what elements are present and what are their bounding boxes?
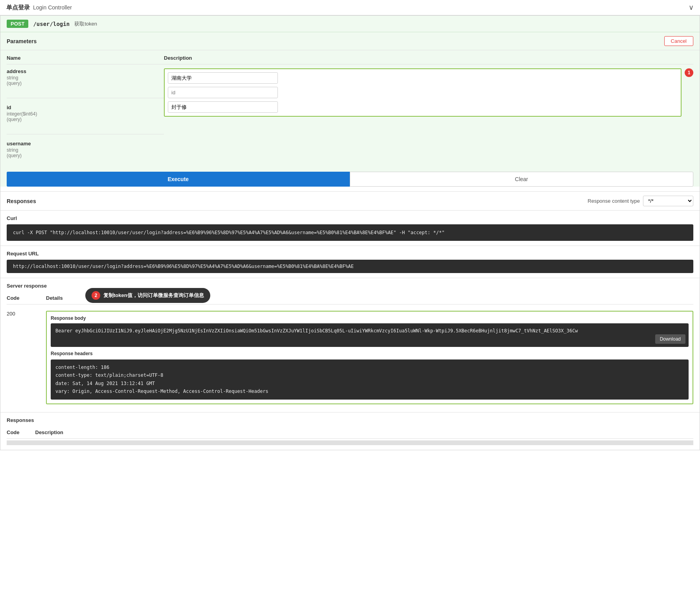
curl-title: Curl bbox=[7, 215, 693, 221]
api-path: /user/login bbox=[33, 21, 70, 27]
page-title: 单点登录 bbox=[6, 4, 30, 11]
param-address-location: (query) bbox=[7, 81, 164, 86]
param-id-detail: id integer($int64) (query) bbox=[7, 105, 164, 122]
response-header-4: vary: Origin, Access-Control-Request-Met… bbox=[55, 387, 684, 395]
param-address-info: address string (query) bbox=[7, 68, 164, 98]
content-type-area: Response content type */* application/js… bbox=[588, 196, 693, 206]
request-url-section: Request URL http://localhost:10010/user/… bbox=[0, 246, 700, 278]
name-column-header: Name bbox=[7, 55, 164, 61]
execute-button[interactable]: Execute bbox=[7, 172, 350, 187]
response-body-title: Response body bbox=[51, 315, 689, 321]
tooltip-badge: 2 bbox=[92, 291, 100, 300]
cancel-button[interactable]: Cancel bbox=[664, 36, 693, 46]
action-buttons: Execute Clear bbox=[7, 172, 693, 187]
param-username-type: string bbox=[7, 147, 164, 153]
content-type-label: Response content type bbox=[588, 198, 640, 204]
code-details-header: Code Details 2 复制token值，访问订单微服务查询订单信息 bbox=[7, 292, 693, 304]
param-names-col: address string (query) id integer($int64… bbox=[7, 68, 164, 158]
response-body-block: Bearer eyJhbGciOiJIUzI1NiJ9.eyJleHAiOjE2… bbox=[51, 323, 689, 347]
params-badge: 1 bbox=[685, 68, 693, 77]
bottom-responses-section: Responses Code Description bbox=[0, 412, 700, 450]
header-title-area: 单点登录 Login Controller bbox=[6, 4, 72, 11]
address-input-row bbox=[168, 72, 678, 84]
address-input[interactable] bbox=[168, 72, 278, 84]
param-rows-wrapper: address string (query) id integer($int64… bbox=[7, 64, 693, 162]
clear-button[interactable]: Clear bbox=[350, 172, 694, 187]
parameters-header: Parameters Cancel bbox=[0, 32, 700, 50]
param-username-location: (query) bbox=[7, 153, 164, 158]
response-header-3: date: Sat, 14 Aug 2021 13:12:41 GMT bbox=[55, 380, 684, 387]
description-column-header: Description bbox=[164, 55, 693, 61]
controller-subtitle: Login Controller bbox=[33, 4, 72, 11]
parameters-section: Parameters Cancel Name Description bbox=[0, 32, 700, 187]
response-code-row: 200 Response body Bearer eyJhbGciOiJIUzI… bbox=[7, 308, 693, 407]
code-col-header: Code bbox=[7, 295, 30, 301]
id-input-row bbox=[168, 87, 678, 98]
param-username-name: username bbox=[7, 141, 164, 147]
username-input-row bbox=[168, 101, 678, 113]
param-inputs-group bbox=[164, 68, 682, 117]
response-body-value: Bearer eyJhbGciOiJIUzI1NiJ9.eyJleHAiOjE2… bbox=[55, 328, 578, 334]
bottom-code-col: Code bbox=[7, 429, 20, 435]
username-input[interactable] bbox=[168, 101, 278, 113]
param-id-name: id bbox=[7, 105, 164, 110]
response-headers-title: Response headers bbox=[51, 351, 689, 356]
responses-header: Responses Response content type */* appl… bbox=[0, 191, 700, 210]
bottom-description-col: Description bbox=[35, 429, 64, 435]
response-details: Response body Bearer eyJhbGciOiJIUzI1NiJ… bbox=[46, 311, 693, 404]
chevron-down-icon[interactable]: ∨ bbox=[689, 3, 694, 12]
tooltip-bubble: 2 复制token值，访问订单微服务查询订单信息 bbox=[85, 288, 210, 303]
param-address-detail: address string (query) bbox=[7, 68, 164, 86]
param-id-info: id integer($int64) (query) bbox=[7, 98, 164, 134]
param-address-type: string bbox=[7, 75, 164, 81]
responses-title: Responses bbox=[7, 198, 36, 204]
bottom-responses-header: Code Description bbox=[7, 426, 693, 439]
parameters-table: Name Description address string (query) bbox=[0, 50, 700, 167]
param-address-name: address bbox=[7, 68, 164, 74]
scrollbar[interactable] bbox=[7, 440, 693, 445]
column-headers: Name Description bbox=[7, 55, 693, 61]
download-button[interactable]: Download bbox=[655, 334, 685, 344]
server-response-section: Server response Code Details 2 复制token值，… bbox=[0, 278, 700, 412]
tooltip-text: 复制token值，访问订单微服务查询订单信息 bbox=[103, 292, 204, 299]
request-url-title: Request URL bbox=[7, 251, 693, 257]
content-type-select[interactable]: */* application/json text/plain bbox=[643, 196, 693, 206]
api-description: 获取token bbox=[74, 20, 97, 28]
response-header-2: content-type: text/plain;charset=UTF-8 bbox=[55, 371, 684, 379]
param-id-location: (query) bbox=[7, 117, 164, 122]
id-input[interactable] bbox=[168, 87, 278, 98]
param-inputs-wrapper: 1 bbox=[164, 68, 693, 117]
curl-section: Curl curl -X POST "http://localhost:1001… bbox=[0, 210, 700, 246]
header: 单点登录 Login Controller ∨ bbox=[0, 0, 700, 15]
param-username-detail: username string (query) bbox=[7, 141, 164, 158]
parameters-title: Parameters bbox=[7, 38, 37, 44]
curl-value: curl -X POST "http://localhost:10010/use… bbox=[7, 224, 693, 241]
post-bar: POST /user/login 获取token bbox=[0, 16, 700, 32]
param-id-type: integer($int64) bbox=[7, 111, 164, 117]
param-username-info: username string (query) bbox=[7, 134, 164, 158]
response-headers-block: content-length: 186 content-type: text/p… bbox=[51, 359, 689, 400]
response-code-value: 200 bbox=[7, 311, 30, 317]
bottom-responses-title: Responses bbox=[7, 417, 693, 423]
response-header-1: content-length: 186 bbox=[55, 363, 684, 371]
api-section: POST /user/login 获取token Parameters Canc… bbox=[0, 15, 700, 450]
request-url-value: http://localhost:10010/user/user/login?a… bbox=[7, 260, 693, 273]
method-badge: POST bbox=[7, 20, 28, 28]
